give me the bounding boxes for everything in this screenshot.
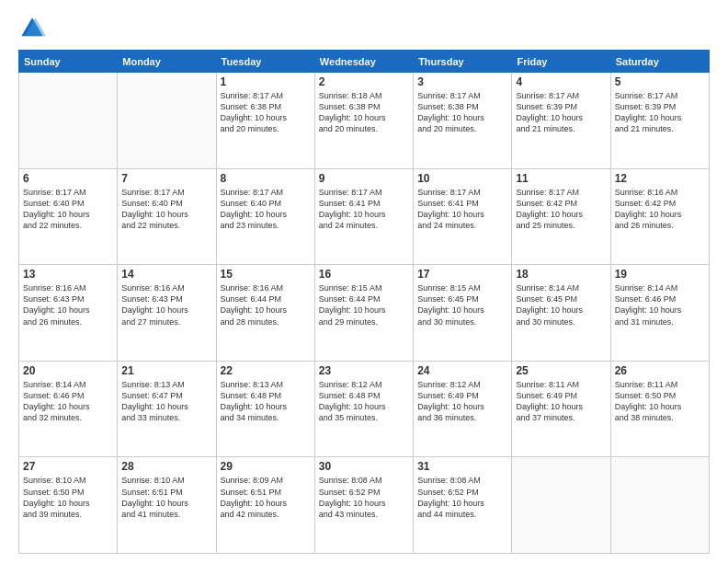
calendar-cell: 27Sunrise: 8:10 AM Sunset: 6:50 PM Dayli…: [19, 457, 118, 554]
day-number: 13: [23, 268, 113, 281]
day-number: 27: [23, 460, 113, 473]
day-info: Sunrise: 8:13 AM Sunset: 6:47 PM Dayligh…: [121, 379, 211, 424]
calendar-cell: 15Sunrise: 8:16 AM Sunset: 6:44 PM Dayli…: [216, 265, 314, 362]
calendar-cell: 22Sunrise: 8:13 AM Sunset: 6:48 PM Dayli…: [216, 361, 314, 457]
calendar-cell: 24Sunrise: 8:12 AM Sunset: 6:49 PM Dayli…: [414, 361, 512, 457]
week-row-2: 6Sunrise: 8:17 AM Sunset: 6:40 PM Daylig…: [19, 168, 710, 265]
calendar-cell: 26Sunrise: 8:11 AM Sunset: 6:50 PM Dayli…: [610, 361, 709, 457]
day-number: 12: [615, 172, 705, 185]
day-number: 31: [417, 460, 507, 473]
day-info: Sunrise: 8:16 AM Sunset: 6:43 PM Dayligh…: [121, 282, 211, 327]
calendar-cell: 28Sunrise: 8:10 AM Sunset: 6:51 PM Dayli…: [118, 457, 216, 554]
calendar-cell: 12Sunrise: 8:16 AM Sunset: 6:42 PM Dayli…: [610, 168, 709, 265]
day-number: 3: [417, 75, 507, 88]
day-number: 26: [615, 364, 705, 377]
weekday-sunday: Sunday: [19, 51, 118, 73]
day-number: 17: [417, 268, 507, 281]
day-number: 20: [23, 364, 113, 377]
calendar-cell: 21Sunrise: 8:13 AM Sunset: 6:47 PM Dayli…: [118, 361, 216, 457]
day-number: 8: [221, 172, 311, 185]
day-info: Sunrise: 8:17 AM Sunset: 6:39 PM Dayligh…: [516, 90, 606, 135]
day-info: Sunrise: 8:12 AM Sunset: 6:48 PM Dayligh…: [319, 379, 409, 424]
calendar-cell: 31Sunrise: 8:08 AM Sunset: 6:52 PM Dayli…: [414, 457, 512, 554]
day-number: 18: [516, 268, 606, 281]
weekday-tuesday: Tuesday: [216, 51, 314, 73]
calendar-cell: 29Sunrise: 8:09 AM Sunset: 6:51 PM Dayli…: [216, 457, 314, 554]
day-info: Sunrise: 8:17 AM Sunset: 6:40 PM Dayligh…: [23, 187, 113, 232]
calendar-cell: 6Sunrise: 8:17 AM Sunset: 6:40 PM Daylig…: [19, 168, 118, 265]
day-info: Sunrise: 8:17 AM Sunset: 6:38 PM Dayligh…: [221, 90, 311, 135]
day-info: Sunrise: 8:13 AM Sunset: 6:48 PM Dayligh…: [221, 379, 311, 424]
weekday-monday: Monday: [118, 51, 216, 73]
day-number: 30: [319, 460, 409, 473]
calendar-cell: 1Sunrise: 8:17 AM Sunset: 6:38 PM Daylig…: [216, 73, 314, 169]
day-info: Sunrise: 8:17 AM Sunset: 6:39 PM Dayligh…: [615, 90, 705, 135]
day-number: 15: [221, 268, 311, 281]
calendar-cell: 8Sunrise: 8:17 AM Sunset: 6:40 PM Daylig…: [216, 168, 314, 265]
day-number: 10: [417, 172, 507, 185]
calendar-cell: [118, 73, 216, 169]
day-info: Sunrise: 8:16 AM Sunset: 6:43 PM Dayligh…: [23, 282, 113, 327]
calendar-cell: 4Sunrise: 8:17 AM Sunset: 6:39 PM Daylig…: [512, 73, 610, 169]
calendar-cell: 16Sunrise: 8:15 AM Sunset: 6:44 PM Dayli…: [314, 265, 413, 362]
day-number: 14: [121, 268, 211, 281]
day-info: Sunrise: 8:17 AM Sunset: 6:41 PM Dayligh…: [319, 187, 409, 232]
calendar-cell: 9Sunrise: 8:17 AM Sunset: 6:41 PM Daylig…: [314, 168, 413, 265]
day-number: 5: [615, 75, 705, 88]
day-info: Sunrise: 8:15 AM Sunset: 6:45 PM Dayligh…: [417, 282, 507, 327]
day-info: Sunrise: 8:14 AM Sunset: 6:45 PM Dayligh…: [516, 282, 606, 327]
calendar-cell: 17Sunrise: 8:15 AM Sunset: 6:45 PM Dayli…: [414, 265, 512, 362]
day-info: Sunrise: 8:15 AM Sunset: 6:44 PM Dayligh…: [319, 282, 409, 327]
day-number: 9: [319, 172, 409, 185]
day-info: Sunrise: 8:17 AM Sunset: 6:40 PM Dayligh…: [221, 187, 311, 232]
calendar-cell: 3Sunrise: 8:17 AM Sunset: 6:38 PM Daylig…: [414, 73, 512, 169]
day-info: Sunrise: 8:12 AM Sunset: 6:49 PM Dayligh…: [417, 379, 507, 424]
day-number: 1: [221, 75, 311, 88]
calendar-cell: 19Sunrise: 8:14 AM Sunset: 6:46 PM Dayli…: [610, 265, 709, 362]
day-info: Sunrise: 8:17 AM Sunset: 6:40 PM Dayligh…: [121, 187, 211, 232]
day-number: 19: [615, 268, 705, 281]
day-info: Sunrise: 8:11 AM Sunset: 6:49 PM Dayligh…: [516, 379, 606, 424]
calendar-cell: 25Sunrise: 8:11 AM Sunset: 6:49 PM Dayli…: [512, 361, 610, 457]
calendar-cell: [19, 73, 118, 169]
day-info: Sunrise: 8:09 AM Sunset: 6:51 PM Dayligh…: [221, 475, 311, 520]
day-number: 4: [516, 75, 606, 88]
calendar-cell: 14Sunrise: 8:16 AM Sunset: 6:43 PM Dayli…: [118, 265, 216, 362]
page: SundayMondayTuesdayWednesdayThursdayFrid…: [0, 0, 728, 563]
day-number: 6: [23, 172, 113, 185]
day-info: Sunrise: 8:17 AM Sunset: 6:42 PM Dayligh…: [516, 187, 606, 232]
calendar-cell: [512, 457, 610, 554]
day-info: Sunrise: 8:08 AM Sunset: 6:52 PM Dayligh…: [319, 475, 409, 520]
calendar-table: SundayMondayTuesdayWednesdayThursdayFrid…: [18, 50, 710, 554]
weekday-friday: Friday: [512, 51, 610, 73]
day-info: Sunrise: 8:17 AM Sunset: 6:41 PM Dayligh…: [417, 187, 507, 232]
logo-icon: [18, 15, 46, 42]
calendar-cell: 23Sunrise: 8:12 AM Sunset: 6:48 PM Dayli…: [314, 361, 413, 457]
calendar-cell: 11Sunrise: 8:17 AM Sunset: 6:42 PM Dayli…: [512, 168, 610, 265]
week-row-4: 20Sunrise: 8:14 AM Sunset: 6:46 PM Dayli…: [19, 361, 710, 457]
day-info: Sunrise: 8:16 AM Sunset: 6:42 PM Dayligh…: [615, 187, 705, 232]
day-info: Sunrise: 8:11 AM Sunset: 6:50 PM Dayligh…: [615, 379, 705, 424]
calendar-cell: 20Sunrise: 8:14 AM Sunset: 6:46 PM Dayli…: [19, 361, 118, 457]
calendar-cell: 30Sunrise: 8:08 AM Sunset: 6:52 PM Dayli…: [314, 457, 413, 554]
logo: [18, 15, 50, 42]
day-number: 16: [319, 268, 409, 281]
weekday-thursday: Thursday: [414, 51, 512, 73]
day-info: Sunrise: 8:10 AM Sunset: 6:51 PM Dayligh…: [121, 475, 211, 520]
weekday-wednesday: Wednesday: [314, 51, 413, 73]
day-number: 22: [221, 364, 311, 377]
calendar-cell: 18Sunrise: 8:14 AM Sunset: 6:45 PM Dayli…: [512, 265, 610, 362]
day-info: Sunrise: 8:16 AM Sunset: 6:44 PM Dayligh…: [221, 282, 311, 327]
day-number: 28: [121, 460, 211, 473]
weekday-header-row: SundayMondayTuesdayWednesdayThursdayFrid…: [19, 51, 710, 73]
week-row-5: 27Sunrise: 8:10 AM Sunset: 6:50 PM Dayli…: [19, 457, 710, 554]
day-info: Sunrise: 8:08 AM Sunset: 6:52 PM Dayligh…: [417, 475, 507, 520]
day-info: Sunrise: 8:14 AM Sunset: 6:46 PM Dayligh…: [615, 282, 705, 327]
weekday-saturday: Saturday: [610, 51, 709, 73]
day-info: Sunrise: 8:17 AM Sunset: 6:38 PM Dayligh…: [417, 90, 507, 135]
calendar-cell: 5Sunrise: 8:17 AM Sunset: 6:39 PM Daylig…: [610, 73, 709, 169]
day-number: 7: [121, 172, 211, 185]
day-info: Sunrise: 8:18 AM Sunset: 6:38 PM Dayligh…: [319, 90, 409, 135]
day-number: 2: [319, 75, 409, 88]
day-number: 21: [121, 364, 211, 377]
